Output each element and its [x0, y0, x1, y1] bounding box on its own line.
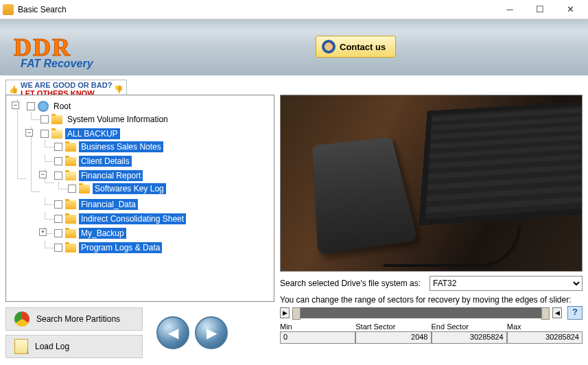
- tree-node-root[interactable]: Root: [27, 101, 73, 112]
- end-sector-label: End Sector: [432, 322, 507, 331]
- folder-tree[interactable]: − Root System Volume Informat: [6, 95, 274, 301]
- maximize-button[interactable]: ☐: [525, 1, 555, 19]
- filesystem-select[interactable]: FAT32: [430, 276, 583, 291]
- tree-node[interactable]: Client Details: [54, 156, 132, 167]
- tree-node-all-backup[interactable]: ALL BACKUP: [40, 128, 120, 139]
- folder-icon: [79, 185, 90, 193]
- folder-tree-panel: − Root System Volume Informat: [5, 95, 274, 302]
- min-value: 0: [280, 331, 355, 344]
- contact-us-button[interactable]: Contact us: [316, 36, 396, 58]
- slider-left-arrow[interactable]: ▶: [280, 307, 290, 318]
- slider-right-arrow[interactable]: ◀: [552, 307, 562, 318]
- folder-icon: [65, 215, 76, 224]
- folder-icon: [51, 115, 62, 124]
- arrow-right-icon: ▶: [207, 325, 217, 341]
- checkbox[interactable]: [40, 130, 49, 138]
- preview-image: [280, 95, 583, 272]
- checkbox[interactable]: [54, 172, 62, 180]
- contact-label: Contact us: [340, 42, 386, 52]
- end-sector-value[interactable]: 30285824: [432, 331, 507, 344]
- search-more-partitions-button[interactable]: Search More Partitions: [5, 307, 143, 331]
- folder-icon: [65, 143, 76, 152]
- tree-node[interactable]: My_Backup: [54, 228, 126, 239]
- window-title: Basic Search: [18, 5, 495, 14]
- back-button[interactable]: ◀: [156, 316, 189, 349]
- app-icon: [3, 4, 14, 15]
- expander[interactable]: −: [39, 171, 47, 178]
- checkbox[interactable]: [54, 157, 62, 165]
- tree-node[interactable]: System Volume Information: [40, 114, 170, 125]
- load-log-button[interactable]: Load Log: [5, 335, 143, 358]
- folder-open-icon: [65, 172, 76, 180]
- thumb-up-icon: 👍: [9, 85, 19, 94]
- folder-icon: [65, 229, 76, 238]
- checkbox[interactable]: [68, 185, 76, 193]
- tree-node[interactable]: Program Logs & Data: [54, 242, 162, 253]
- close-button[interactable]: ✕: [555, 1, 585, 19]
- button-label: Search More Partitions: [36, 314, 120, 324]
- sector-slider[interactable]: [292, 307, 550, 318]
- banner: DDR FAT Recovery Contact us: [0, 19, 588, 75]
- filesystem-label: Search selected Drive's file system as:: [280, 279, 424, 288]
- checkbox[interactable]: [40, 115, 49, 123]
- start-sector-label: Start Sector: [355, 322, 431, 331]
- checkbox[interactable]: [54, 143, 62, 151]
- max-label: Max: [507, 322, 583, 331]
- button-label: Load Log: [35, 342, 69, 351]
- log-file-icon: [14, 339, 28, 354]
- folder-icon: [65, 244, 76, 252]
- checkbox[interactable]: [54, 244, 62, 252]
- expander[interactable]: +: [39, 228, 47, 236]
- checkbox[interactable]: [27, 102, 35, 110]
- tree-node[interactable]: Indirect Consolidating Sheet: [54, 213, 186, 224]
- min-label: Min: [280, 322, 355, 331]
- title-bar: Basic Search ─ ☐ ✕: [0, 0, 588, 19]
- minimize-button[interactable]: ─: [495, 1, 525, 19]
- product-subtitle: FAT Recovery: [21, 58, 93, 70]
- tree-node[interactable]: Business Sales Notes: [54, 141, 163, 152]
- max-value: 30285824: [507, 331, 583, 344]
- tree-node[interactable]: Softwares Key Log: [68, 183, 166, 194]
- expander[interactable]: −: [25, 129, 33, 137]
- folder-icon: [65, 157, 76, 166]
- drive-icon: [38, 101, 49, 112]
- thumb-down-icon: 👎: [114, 85, 124, 94]
- checkbox[interactable]: [54, 229, 62, 237]
- help-button[interactable]: ?: [567, 306, 583, 320]
- expander-root[interactable]: −: [12, 102, 19, 109]
- next-button[interactable]: ▶: [195, 316, 228, 349]
- slider-note: You can change the range of sectors for …: [280, 295, 583, 305]
- feedback-line1: WE ARE GOOD OR BAD?: [21, 81, 112, 89]
- person-icon: [322, 40, 336, 54]
- start-sector-value[interactable]: 2048: [355, 331, 431, 344]
- pie-chart-icon: [14, 311, 30, 327]
- folder-icon: [65, 200, 76, 209]
- checkbox[interactable]: [54, 215, 62, 223]
- folder-open-icon: [51, 130, 62, 139]
- arrow-left-icon: ◀: [168, 325, 178, 341]
- tree-node[interactable]: Financial_Data: [54, 199, 138, 210]
- checkbox[interactable]: [54, 200, 62, 209]
- tree-node[interactable]: Financial Report: [54, 170, 143, 181]
